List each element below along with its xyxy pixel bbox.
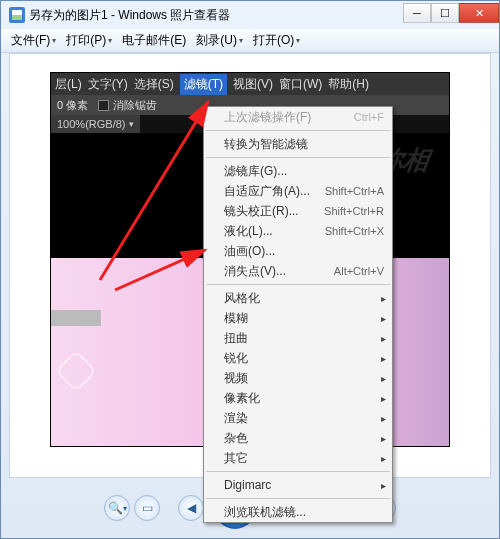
menu-item-label: 锐化: [224, 350, 248, 367]
ps-menu-layer[interactable]: 层(L): [55, 76, 82, 93]
ps-zoom-label: 100%(RGB/8): [57, 118, 125, 130]
menu-item-label: 消失点(V)...: [224, 263, 286, 280]
titlebar: 另存为的图片1 - Windows 照片查看器 ─ ☐ ✕: [1, 1, 499, 29]
zoom-button[interactable]: 🔍▾: [104, 495, 130, 521]
filter-menu-item[interactable]: 消失点(V)...Alt+Ctrl+V: [204, 261, 392, 281]
chevron-down-icon: ▾: [129, 119, 134, 129]
filter-menu-item[interactable]: 其它: [204, 448, 392, 468]
menu-item-label: Digimarc: [224, 478, 271, 492]
filter-menu-item[interactable]: 转换为智能滤镜: [204, 134, 392, 154]
filter-menu-item[interactable]: 锐化: [204, 348, 392, 368]
filter-menu-item[interactable]: 镜头校正(R)...Shift+Ctrl+R: [204, 201, 392, 221]
ps-status-bar: 100%(RGB/8) ▾: [51, 115, 140, 133]
menu-item-label: 浏览联机滤镜...: [224, 504, 306, 521]
ps-menu-type[interactable]: 文字(Y): [88, 76, 128, 93]
filter-menu-item[interactable]: 风格化: [204, 288, 392, 308]
filter-menu-item[interactable]: 像素化: [204, 388, 392, 408]
menu-burn[interactable]: 刻录(U)▾: [192, 30, 247, 51]
window-controls: ─ ☐ ✕: [403, 3, 499, 23]
grey-bar: [51, 310, 101, 326]
menu-item-label: 杂色: [224, 430, 248, 447]
filter-menu-item[interactable]: 浏览联机滤镜...: [204, 502, 392, 522]
menu-item-label: 其它: [224, 450, 248, 467]
minimize-button[interactable]: ─: [403, 3, 431, 23]
filter-menu-item[interactable]: 渲染: [204, 408, 392, 428]
menu-item-shortcut: Alt+Ctrl+V: [334, 265, 384, 277]
heart-decoration-icon: [55, 350, 97, 392]
ps-menu-view[interactable]: 视图(V): [233, 76, 273, 93]
ps-menu-window[interactable]: 窗口(W): [279, 76, 322, 93]
menu-email[interactable]: 电子邮件(E): [118, 30, 190, 51]
filter-menu-item[interactable]: 滤镜库(G)...: [204, 161, 392, 181]
filter-menu-item[interactable]: 视频: [204, 368, 392, 388]
maximize-button[interactable]: ☐: [431, 3, 459, 23]
menu-item-shortcut: Shift+Ctrl+R: [324, 205, 384, 217]
menu-item-shortcut: Shift+Ctrl+A: [325, 185, 384, 197]
menu-item-shortcut: Ctrl+F: [354, 111, 384, 123]
ps-menu-help[interactable]: 帮助(H): [328, 76, 369, 93]
menu-file[interactable]: 文件(F)▾: [7, 30, 60, 51]
menu-item-label: 模糊: [224, 310, 248, 327]
filter-menu-item[interactable]: 自适应广角(A)...Shift+Ctrl+A: [204, 181, 392, 201]
menu-separator: [206, 157, 390, 158]
app-icon: [9, 7, 25, 23]
filter-menu-item[interactable]: 液化(L)...Shift+Ctrl+X: [204, 221, 392, 241]
window-title: 另存为的图片1 - Windows 照片查看器: [29, 7, 399, 24]
menu-item-label: 上次滤镜操作(F): [224, 109, 311, 126]
prev-button[interactable]: ◀: [178, 495, 204, 521]
menu-separator: [206, 130, 390, 131]
filter-menu-item[interactable]: 模糊: [204, 308, 392, 328]
checkbox-icon: [98, 100, 109, 111]
ps-menu-filter[interactable]: 滤镜(T): [180, 74, 227, 95]
menu-separator: [206, 471, 390, 472]
filter-menu-item: 上次滤镜操作(F)Ctrl+F: [204, 107, 392, 127]
menu-item-label: 转换为智能滤镜: [224, 136, 308, 153]
svg-rect-2: [12, 15, 22, 20]
menu-item-label: 像素化: [224, 390, 260, 407]
menu-open[interactable]: 打开(O)▾: [249, 30, 304, 51]
menu-item-label: 渲染: [224, 410, 248, 427]
menu-item-shortcut: Shift+Ctrl+X: [325, 225, 384, 237]
filter-menu-item[interactable]: Digimarc: [204, 475, 392, 495]
ps-opt-antialias[interactable]: 消除锯齿: [98, 98, 157, 113]
ps-opt-px: 0 像素: [57, 98, 88, 113]
menu-item-label: 液化(L)...: [224, 223, 273, 240]
menu-item-label: 扭曲: [224, 330, 248, 347]
menu-separator: [206, 498, 390, 499]
filter-menu-item[interactable]: 油画(O)...: [204, 241, 392, 261]
ps-menubar: 层(L) 文字(Y) 选择(S) 滤镜(T) 视图(V) 窗口(W) 帮助(H): [51, 73, 449, 95]
menu-item-label: 滤镜库(G)...: [224, 163, 287, 180]
menu-item-label: 镜头校正(R)...: [224, 203, 299, 220]
menu-print[interactable]: 打印(P)▾: [62, 30, 116, 51]
actual-size-button[interactable]: ▭: [134, 495, 160, 521]
filter-menu-item[interactable]: 杂色: [204, 428, 392, 448]
ps-menu-select[interactable]: 选择(S): [134, 76, 174, 93]
filter-menu-item[interactable]: 扭曲: [204, 328, 392, 348]
menu-separator: [206, 284, 390, 285]
close-button[interactable]: ✕: [459, 3, 499, 23]
menu-item-label: 油画(O)...: [224, 243, 275, 260]
filter-dropdown-menu: 上次滤镜操作(F)Ctrl+F转换为智能滤镜滤镜库(G)...自适应广角(A).…: [203, 106, 393, 523]
wpv-menubar: 文件(F)▾ 打印(P)▾ 电子邮件(E) 刻录(U)▾ 打开(O)▾: [1, 29, 499, 53]
menu-item-label: 视频: [224, 370, 248, 387]
menu-item-label: 风格化: [224, 290, 260, 307]
menu-item-label: 自适应广角(A)...: [224, 183, 310, 200]
